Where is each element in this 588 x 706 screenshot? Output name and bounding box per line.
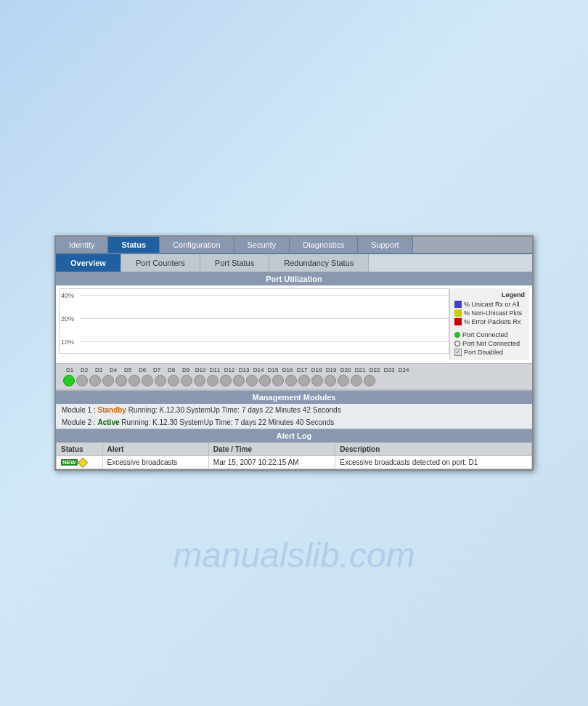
port-dot-D17[interactable] <box>272 375 284 386</box>
watermark: manualslib.com <box>173 535 415 575</box>
legend-connected: Port Connected <box>454 331 525 338</box>
port-dot-D21[interactable] <box>324 375 336 386</box>
alert-description-text: Excessive broadcasts detected on port: D… <box>335 456 532 469</box>
port-dot-D18[interactable] <box>285 375 297 386</box>
legend-not-connected-label: Port Not Connected <box>462 340 520 347</box>
nav-tab-identity[interactable]: Identity <box>56 237 108 253</box>
port-dot-D10[interactable] <box>181 375 192 386</box>
sub-tab-port-counters[interactable]: Port Counters <box>121 254 200 272</box>
port-dot-D5[interactable] <box>115 375 127 386</box>
legend-connected-label: Port Connected <box>462 331 508 338</box>
module2-rest: Running: K.12.30 SystemUp Time: 7 days 2… <box>120 418 335 426</box>
legend-not-connected: Port Not Connected <box>454 340 525 347</box>
port-label-D11: D11 <box>208 367 221 373</box>
port-dot-D9[interactable] <box>168 375 179 386</box>
legend-connected-dot <box>454 332 460 338</box>
module1-info: Module 1 : Standby Running: K.12.30 Syst… <box>56 404 532 416</box>
port-dot-D24[interactable] <box>364 375 375 386</box>
port-dot-D12[interactable] <box>207 375 219 386</box>
port-label-D21: D21 <box>354 367 367 373</box>
sub-tabs: Overview Port Counters Port Status Redun… <box>56 254 532 272</box>
col-alert: Alert <box>102 443 208 456</box>
legend-title: Legend <box>454 291 525 299</box>
port-dot-D20[interactable] <box>311 375 323 386</box>
alert-row: NEW Excessive broadcasts Mar 15, 2007 10… <box>57 456 532 469</box>
port-dot-D6[interactable] <box>128 375 140 386</box>
nav-tab-diagnostics[interactable]: Diagnostics <box>290 237 358 253</box>
port-dots <box>62 375 526 386</box>
legend-unicast: % Unicast Rx or All <box>454 301 525 308</box>
port-label-D4: D4 <box>107 367 120 373</box>
module1-rest: Running: K.12.30 SystemUp Time: 7 days 2… <box>126 406 341 414</box>
port-dots-row: D1D2D3D4D5D6D7D8D9D10D11D12D13D14D15D16D… <box>56 363 532 390</box>
module2-label: Module 2 : <box>62 418 97 426</box>
alert-log-title: Alert Log <box>56 429 532 442</box>
port-dot-D13[interactable] <box>220 375 232 386</box>
port-dot-D15[interactable] <box>246 375 258 386</box>
legend-non-unicast-color <box>454 309 462 317</box>
module1-status: Standby <box>97 406 126 414</box>
port-label-D7: D7 <box>150 367 163 373</box>
sub-tab-redundancy-status[interactable]: Redundancy Status <box>269 254 369 272</box>
nav-tabs: Identity Status Configuration Security D… <box>56 237 532 254</box>
port-dot-D8[interactable] <box>155 375 166 386</box>
legend-non-unicast: % Non-Unicast Pkts <box>454 309 525 317</box>
port-label-D18: D18 <box>310 367 323 373</box>
y-label-bot: 10% <box>61 338 74 346</box>
port-label-D6: D6 <box>136 367 149 373</box>
port-utilization-section: Port Utilization 40% 20% 10% Legend <box>56 272 532 391</box>
grid-line-bot <box>80 341 449 342</box>
chart-area: 40% 20% 10% Legend % Unicast Rx or All <box>56 285 532 363</box>
module2-status: Active <box>97 418 119 426</box>
sub-tab-overview[interactable]: Overview <box>56 254 121 272</box>
content-area: Port Utilization 40% 20% 10% Legend <box>56 272 532 469</box>
port-label-D2: D2 <box>78 367 91 373</box>
legend-non-unicast-label: % Non-Unicast Pkts <box>464 309 522 317</box>
management-title: Management Modules <box>56 391 532 404</box>
legend-error-color <box>454 318 462 325</box>
port-dot-D16[interactable] <box>259 375 271 386</box>
port-label-D15: D15 <box>266 367 279 373</box>
legend-disabled: ✓ Port Disabled <box>454 349 525 356</box>
port-dot-D11[interactable] <box>194 375 205 386</box>
port-dot-D7[interactable] <box>142 375 153 386</box>
col-status: Status <box>57 443 103 456</box>
y-label-top: 40% <box>61 292 74 299</box>
nav-tab-configuration[interactable]: Configuration <box>160 237 234 253</box>
nav-tab-support[interactable]: Support <box>358 237 413 253</box>
sub-tab-port-status[interactable]: Port Status <box>200 254 269 272</box>
nav-tab-security[interactable]: Security <box>234 237 290 253</box>
module2-info: Module 2 : Active Running: K.12.30 Syste… <box>56 416 532 429</box>
alert-alert-text: Excessive broadcasts <box>102 456 208 469</box>
alert-status-cell: NEW <box>57 456 103 469</box>
port-dot-D3[interactable] <box>89 375 101 386</box>
chart-graph: 40% 20% 10% <box>59 288 449 354</box>
grid-line-mid <box>80 318 449 319</box>
port-dot-D4[interactable] <box>102 375 114 386</box>
port-label-D5: D5 <box>121 367 134 373</box>
col-datetime: Date / Time <box>208 443 335 456</box>
port-utilization-title: Port Utilization <box>56 272 532 285</box>
port-dot-D2[interactable] <box>76 375 88 386</box>
module1-label: Module 1 : <box>62 406 97 414</box>
alert-diamond-icon <box>78 457 88 467</box>
nav-tab-status[interactable]: Status <box>108 237 160 253</box>
main-window: Identity Status Configuration Security D… <box>54 235 534 471</box>
port-label-D10: D10 <box>194 367 207 373</box>
legend-error-label: % Error Packets Rx <box>464 318 521 325</box>
port-label-D19: D19 <box>324 367 338 373</box>
port-label-D16: D16 <box>281 367 294 373</box>
port-label-D23: D23 <box>383 367 396 373</box>
port-dot-D22[interactable] <box>338 375 349 386</box>
port-label-D3: D3 <box>92 367 105 373</box>
port-label-D14: D14 <box>252 367 265 373</box>
port-dot-D23[interactable] <box>351 375 362 386</box>
port-dot-D19[interactable] <box>298 375 310 386</box>
port-dot-D14[interactable] <box>233 375 245 386</box>
port-label-D1: D1 <box>63 367 76 373</box>
port-dot-D1[interactable] <box>63 375 75 386</box>
new-badge: NEW <box>61 459 78 466</box>
port-label-D12: D12 <box>223 367 236 373</box>
legend-error: % Error Packets Rx <box>454 318 525 325</box>
legend-disabled-label: Port Disabled <box>464 349 503 356</box>
